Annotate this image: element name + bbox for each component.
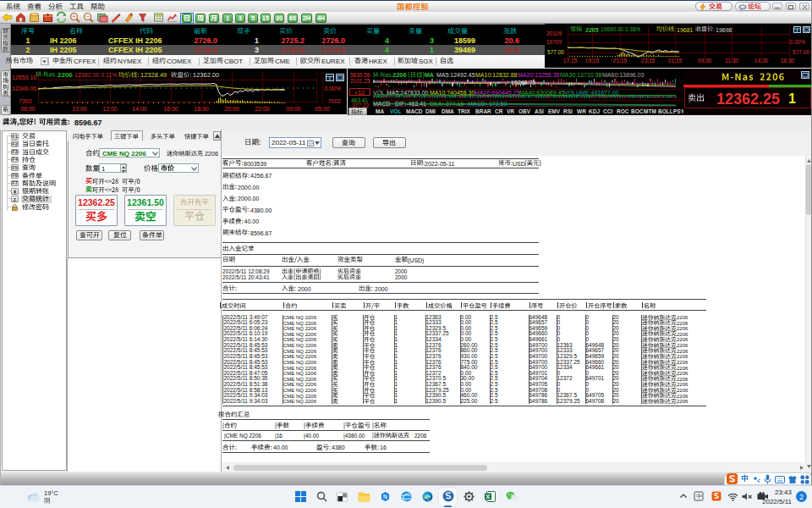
svg-text:−: −: [85, 14, 89, 19]
svg-text:+: +: [72, 14, 75, 19]
svg-text:2: 2: [799, 493, 804, 501]
